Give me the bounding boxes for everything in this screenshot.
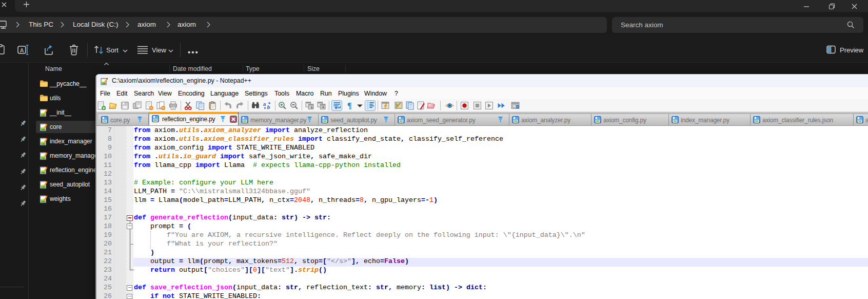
svg-text:¶: ¶ [347,101,352,110]
svg-text:a: a [263,101,266,107]
svg-text:A: A [20,47,24,53]
svg-text:b: b [267,104,270,110]
